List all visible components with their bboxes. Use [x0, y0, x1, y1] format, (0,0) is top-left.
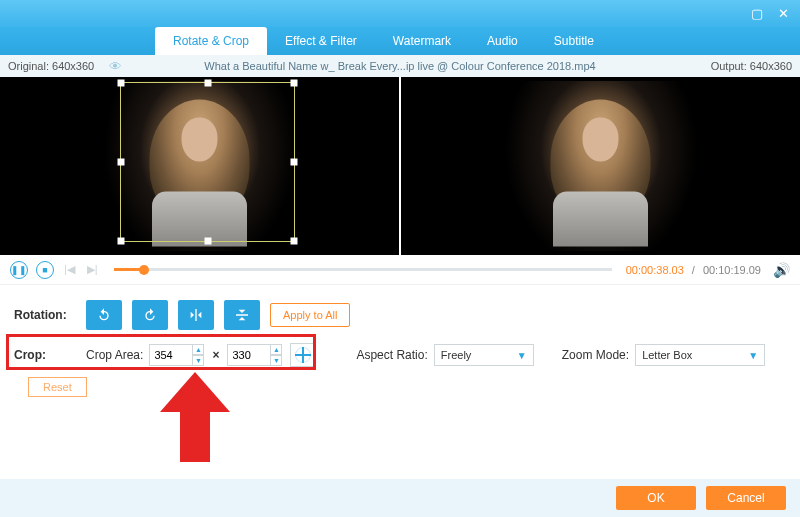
tab-bar: Rotate & Crop Effect & Filter Watermark … — [0, 27, 800, 55]
volume-icon[interactable]: 🔊 — [773, 262, 790, 278]
footer: OK Cancel — [0, 479, 800, 517]
seek-bar[interactable] — [114, 268, 612, 271]
stop-button[interactable]: ■ — [36, 261, 54, 279]
tab-rotate-crop[interactable]: Rotate & Crop — [155, 27, 267, 55]
crop-width-input[interactable] — [149, 344, 193, 366]
preview-output — [401, 77, 800, 255]
flip-horizontal-button[interactable] — [178, 300, 214, 330]
pause-button[interactable]: ❚❚ — [10, 261, 28, 279]
chevron-down-icon: ▼ — [748, 350, 758, 361]
time-current: 00:00:38.03 — [626, 264, 684, 276]
crop-x-symbol: × — [212, 348, 219, 362]
aspect-ratio-value: Freely — [441, 349, 472, 361]
flip-vertical-button[interactable] — [224, 300, 260, 330]
preview-original[interactable] — [0, 77, 399, 255]
aspect-ratio-label: Aspect Ratio: — [356, 348, 427, 362]
minimize-button[interactable]: ▢ — [748, 7, 766, 21]
tab-audio[interactable]: Audio — [469, 27, 536, 55]
rotate-left-button[interactable] — [86, 300, 122, 330]
zoom-mode-select[interactable]: Letter Box▼ — [635, 344, 765, 366]
fit-crop-button[interactable] — [290, 343, 316, 367]
rotation-label: Rotation: — [14, 308, 86, 322]
crop-width-spinner[interactable]: ▲▼ — [192, 344, 204, 366]
zoom-mode-label: Zoom Mode: — [562, 348, 629, 362]
rotate-right-button[interactable] — [132, 300, 168, 330]
aspect-ratio-select[interactable]: Freely▼ — [434, 344, 534, 366]
time-total: 00:10:19.09 — [703, 264, 761, 276]
prev-button[interactable]: |◀ — [62, 263, 77, 276]
arrow-annotation — [160, 372, 230, 462]
ok-button[interactable]: OK — [616, 486, 696, 510]
time-sep: / — [692, 264, 695, 276]
reset-button[interactable]: Reset — [28, 377, 87, 397]
next-button[interactable]: ▶| — [85, 263, 100, 276]
cancel-button[interactable]: Cancel — [706, 486, 786, 510]
crop-height-input[interactable] — [227, 344, 271, 366]
preview-area — [0, 77, 800, 255]
crop-area-label: Crop Area: — [86, 348, 143, 362]
apply-to-all-button[interactable]: Apply to All — [270, 303, 350, 327]
chevron-down-icon: ▼ — [517, 350, 527, 361]
crop-selection[interactable] — [120, 82, 295, 242]
playback-bar: ❚❚ ■ |◀ ▶| 00:00:38.03/00:10:19.09 🔊 — [0, 255, 800, 285]
info-bar: Original: 640x360 👁 What a Beautiful Nam… — [0, 55, 800, 77]
crop-height-spinner[interactable]: ▲▼ — [270, 344, 282, 366]
close-button[interactable]: ✕ — [774, 7, 792, 21]
titlebar: ▢ ✕ — [0, 0, 800, 27]
filename-label: What a Beautiful Name w_ Break Every...i… — [0, 60, 800, 72]
svg-marker-0 — [160, 372, 230, 462]
crop-label: Crop: — [14, 348, 86, 362]
tab-effect-filter[interactable]: Effect & Filter — [267, 27, 375, 55]
edit-panel: Rotation: Apply to All Crop: Crop Area: … — [0, 285, 800, 403]
tab-watermark[interactable]: Watermark — [375, 27, 469, 55]
tab-subtitle[interactable]: Subtitle — [536, 27, 612, 55]
zoom-mode-value: Letter Box — [642, 349, 692, 361]
